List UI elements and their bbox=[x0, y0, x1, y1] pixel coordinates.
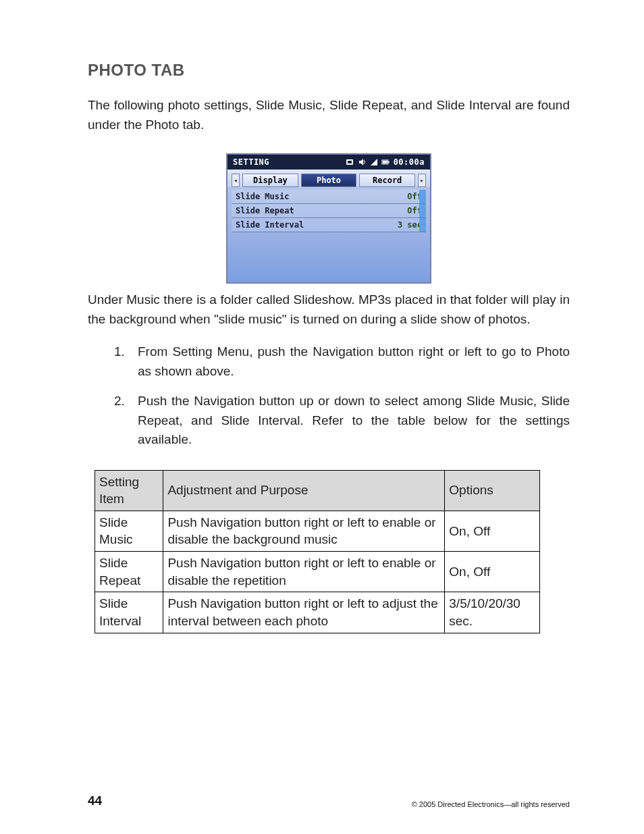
table-header-row: Setting Item Adjustment and Purpose Opti… bbox=[95, 470, 540, 511]
device-row-slide-interval: Slide Interval 3 sec bbox=[232, 218, 426, 232]
battery-icon bbox=[381, 159, 390, 165]
tab-display: Display bbox=[242, 174, 298, 187]
device-title: SETTING bbox=[233, 157, 269, 167]
tab-record: Record bbox=[359, 174, 415, 187]
table-row: Slide Repeat Push Navigation button righ… bbox=[95, 552, 540, 592]
row-label: Slide Music bbox=[236, 192, 289, 201]
device-screenshot: SETTING 00:00a bbox=[88, 153, 570, 284]
svg-rect-1 bbox=[348, 161, 352, 163]
step-2: Push the Navigation button up or down to… bbox=[128, 392, 570, 450]
section-title: PHOTO TAB bbox=[88, 61, 570, 80]
cell-purpose: Push Navigation button right or left to … bbox=[163, 592, 445, 633]
step-1: From Setting Menu, push the Navigation b… bbox=[128, 342, 570, 381]
cell-item: Slide Interval bbox=[95, 592, 163, 633]
steps-list: From Setting Menu, push the Navigation b… bbox=[88, 342, 570, 450]
speaker-icon bbox=[358, 159, 367, 165]
table-row: Slide Music Push Navigation button right… bbox=[95, 511, 540, 551]
copyright: © 2005 Directed Electronics—all rights r… bbox=[412, 800, 570, 808]
th-setting-item: Setting Item bbox=[95, 470, 163, 511]
slideshow-note: Under Music there is a folder called Sli… bbox=[88, 290, 570, 329]
cell-item: Slide Music bbox=[95, 511, 163, 551]
row-label: Slide Interval bbox=[236, 220, 304, 230]
cell-purpose: Push Navigation button right or left to … bbox=[163, 552, 445, 592]
th-purpose: Adjustment and Purpose bbox=[163, 470, 445, 511]
cell-options: 3/5/10/20/30 sec. bbox=[445, 592, 540, 633]
intro-paragraph: The following photo settings, Slide Musi… bbox=[88, 96, 570, 134]
cell-options: On, Off bbox=[445, 552, 540, 592]
tab-arrow-right-icon: ▸ bbox=[418, 174, 426, 187]
page: PHOTO TAB The following photo settings, … bbox=[0, 0, 644, 834]
device-titlebar: SETTING 00:00a bbox=[227, 155, 430, 170]
cell-item: Slide Repeat bbox=[95, 552, 163, 592]
tab-arrow-left-icon: ◂ bbox=[232, 174, 240, 187]
table-row: Slide Interval Push Navigation button ri… bbox=[95, 592, 540, 633]
cell-options: On, Off bbox=[445, 511, 540, 551]
th-options: Options bbox=[445, 470, 540, 511]
device-rows: Slide Music Off Slide Repeat Off Slide I… bbox=[227, 187, 430, 282]
device-screen: SETTING 00:00a bbox=[226, 153, 431, 284]
device-row-slide-repeat: Slide Repeat Off bbox=[232, 204, 426, 218]
row-label: Slide Repeat bbox=[236, 206, 294, 215]
signal-icon bbox=[371, 159, 377, 165]
row-value: Off bbox=[407, 206, 422, 215]
status-icons: 00:00a bbox=[346, 157, 425, 167]
row-value: Off bbox=[407, 192, 422, 201]
tab-photo: Photo bbox=[301, 174, 357, 187]
device-row-slide-music: Slide Music Off bbox=[232, 190, 426, 204]
svg-rect-5 bbox=[388, 161, 390, 163]
device-clock: 00:00a bbox=[394, 157, 425, 167]
svg-marker-2 bbox=[359, 159, 363, 165]
row-value: 3 sec bbox=[398, 220, 422, 230]
page-number: 44 bbox=[88, 793, 102, 808]
device-empty-area bbox=[232, 232, 426, 280]
settings-table: Setting Item Adjustment and Purpose Opti… bbox=[95, 470, 540, 633]
svg-rect-6 bbox=[383, 161, 387, 163]
card-icon bbox=[346, 159, 354, 165]
page-footer: 44 © 2005 Directed Electronics—all right… bbox=[88, 793, 570, 808]
device-tabs: ◂ Display Photo Record ▸ bbox=[227, 170, 430, 187]
cell-purpose: Push Navigation button right or left to … bbox=[163, 511, 445, 551]
svg-marker-3 bbox=[371, 159, 377, 165]
